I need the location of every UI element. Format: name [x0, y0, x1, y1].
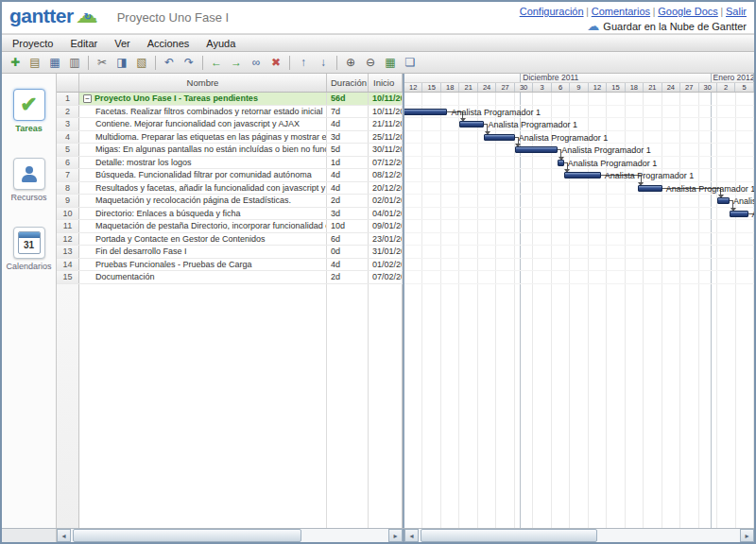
- chart-hscrollbar[interactable]: ◂▸: [404, 529, 754, 542]
- task-duration-cell[interactable]: 3d: [327, 131, 369, 144]
- task-name-cell[interactable]: Fin del desarrollo Fase I: [79, 246, 327, 258]
- task-duration-cell[interactable]: 2d: [327, 195, 369, 207]
- outdent-task-button[interactable]: ←: [207, 54, 226, 72]
- task-row-number[interactable]: 13: [57, 246, 79, 258]
- task-start-cell[interactable]: 02/01/2012: [369, 195, 403, 207]
- task-name-cell[interactable]: Multidioma. Preparar las etiquetas en la…: [79, 131, 327, 144]
- open-button[interactable]: ▤: [26, 54, 44, 72]
- task-duration-cell[interactable]: 0d: [327, 246, 369, 258]
- sidebar-item-tareas[interactable]: ✔Tareas: [2, 89, 56, 133]
- gantt-bar[interactable]: [459, 121, 484, 128]
- task-duration-cell[interactable]: 10d: [327, 220, 369, 232]
- task-name-cell[interactable]: Facetas. Realizar filtros combinados y r…: [79, 106, 327, 118]
- task-name-cell[interactable]: Migas: En algunas pantallas no están inc…: [79, 144, 327, 156]
- copy-button[interactable]: ◨: [112, 54, 131, 72]
- task-name-cell[interactable]: Detalle: mostrar los logos: [79, 157, 327, 169]
- scroll-left-button[interactable]: ◂: [404, 529, 419, 542]
- task-row-number[interactable]: 12: [57, 233, 79, 246]
- task-duration-cell[interactable]: 4d: [327, 169, 369, 181]
- task-row[interactable]: 10Directorio: Enlaces a búsqueda y ficha…: [57, 208, 403, 221]
- task-name-cell[interactable]: Búsqueda. Funcionalidad filtrar por comu…: [79, 169, 327, 181]
- grid-hscrollbar[interactable]: ◂▸: [57, 529, 403, 542]
- task-row-number[interactable]: 7: [57, 169, 79, 181]
- comments-button[interactable]: ❏: [401, 54, 420, 72]
- zoom-in-button[interactable]: ⊕: [341, 54, 360, 72]
- chart-options-button[interactable]: ▦: [381, 54, 400, 72]
- task-duration-cell[interactable]: 7d: [327, 106, 369, 118]
- menu-item-ayuda[interactable]: Ayuda: [198, 36, 244, 51]
- task-name-cell[interactable]: −Proyecto Uno Fase I - Tareas pendientes: [79, 93, 327, 105]
- gantt-bar[interactable]: [730, 211, 747, 217]
- task-row-number[interactable]: 8: [57, 182, 79, 195]
- save-to-cloud-button[interactable]: ☁ Guardar en la Nube de Gantter: [520, 20, 747, 32]
- scroll-track[interactable]: [419, 529, 740, 542]
- task-row-number[interactable]: 2: [57, 106, 79, 118]
- task-row-number[interactable]: 4: [57, 131, 79, 144]
- task-duration-cell[interactable]: 6d: [327, 233, 369, 246]
- task-row[interactable]: 13Fin del desarrollo Fase I0d31/01/2012: [57, 246, 403, 259]
- task-row[interactable]: 15Documentación2d07/02/2012: [57, 271, 403, 284]
- undo-button[interactable]: ↶: [160, 54, 179, 72]
- task-name-cell[interactable]: Portada y Contacte en Gestor de Contenid…: [79, 233, 327, 246]
- gantt-bar[interactable]: [558, 160, 563, 166]
- gantt-bar[interactable]: [515, 146, 558, 153]
- task-row[interactable]: 3Contiene. Mejorar funcionalidad con jav…: [57, 118, 403, 131]
- task-start-cell[interactable]: 10/11/2011: [369, 93, 403, 105]
- task-duration-cell[interactable]: 2d: [327, 271, 369, 283]
- task-start-cell[interactable]: 09/01/2012: [369, 220, 403, 232]
- menu-item-acciones[interactable]: Acciones: [139, 36, 198, 51]
- task-start-cell[interactable]: 31/01/2012: [369, 246, 403, 258]
- gantt-bar[interactable]: [564, 172, 601, 178]
- move-down-button[interactable]: ↓: [314, 54, 333, 72]
- task-name-cell[interactable]: Documentación: [79, 271, 327, 283]
- task-row[interactable]: 4Multidioma. Preparar las etiquetas en l…: [57, 131, 403, 144]
- task-start-cell[interactable]: 08/12/2011: [369, 169, 403, 181]
- task-row[interactable]: 11Maquetación de pestaña Directorio, inc…: [57, 220, 403, 233]
- task-row-number[interactable]: 6: [57, 157, 79, 169]
- link-configuracion[interactable]: Configuración: [520, 6, 584, 17]
- menu-item-editar[interactable]: Editar: [61, 36, 106, 51]
- print-button[interactable]: ▥: [65, 54, 84, 72]
- task-row[interactable]: 2Facetas. Realizar filtros combinados y …: [57, 106, 403, 119]
- task-name-cell[interactable]: Maquetación de pestaña Directorio, incor…: [79, 220, 327, 232]
- task-start-cell[interactable]: 21/11/2011: [369, 118, 403, 130]
- task-row-number[interactable]: 9: [57, 195, 79, 207]
- gantt-bar[interactable]: [638, 185, 662, 192]
- task-duration-cell[interactable]: 4d: [327, 182, 369, 195]
- task-row[interactable]: 12Portada y Contacte en Gestor de Conten…: [57, 233, 403, 246]
- task-duration-cell[interactable]: 1d: [327, 157, 369, 169]
- task-start-cell[interactable]: 07/12/2011: [369, 157, 403, 169]
- task-duration-cell[interactable]: 5d: [327, 144, 369, 156]
- task-duration-cell[interactable]: 4d: [327, 259, 369, 271]
- gantt-bar[interactable]: [484, 134, 514, 141]
- task-start-cell[interactable]: 01/02/2012: [369, 259, 403, 271]
- sidebar-item-calendarios[interactable]: 31Calendarios: [2, 227, 56, 271]
- move-up-button[interactable]: ↑: [294, 54, 313, 72]
- scroll-left-button[interactable]: ◂: [57, 529, 71, 542]
- menu-item-ver[interactable]: Ver: [106, 36, 139, 51]
- task-start-cell[interactable]: 25/11/2011: [369, 131, 403, 144]
- paste-button[interactable]: ▧: [132, 54, 151, 72]
- task-row-number[interactable]: 1: [57, 93, 79, 105]
- task-start-cell[interactable]: 04/01/2012: [369, 208, 403, 220]
- save-button[interactable]: ▦: [45, 54, 64, 72]
- menu-item-proyecto[interactable]: Proyecto: [4, 36, 61, 51]
- scroll-thumb[interactable]: [73, 529, 301, 542]
- task-start-cell[interactable]: 07/02/2012: [369, 271, 403, 283]
- scroll-thumb[interactable]: [421, 529, 597, 542]
- new-task-button[interactable]: ✚: [6, 54, 25, 72]
- scroll-right-button[interactable]: ▸: [740, 529, 754, 542]
- task-row-number[interactable]: 3: [57, 118, 79, 130]
- task-duration-cell[interactable]: 56d: [327, 93, 369, 105]
- task-duration-cell[interactable]: 3d: [327, 208, 369, 220]
- indent-task-button[interactable]: →: [227, 54, 246, 72]
- task-start-cell[interactable]: 30/11/2011: [369, 144, 403, 156]
- zoom-out-button[interactable]: ⊖: [361, 54, 380, 72]
- link-google-docs[interactable]: Google Docs: [658, 6, 718, 17]
- task-duration-cell[interactable]: 4d: [327, 118, 369, 130]
- cut-button[interactable]: ✂: [93, 54, 112, 72]
- task-name-cell[interactable]: Maquetación y recolocación página de Est…: [79, 195, 327, 207]
- gantt-bar[interactable]: [404, 109, 447, 115]
- scroll-track[interactable]: [71, 529, 388, 542]
- task-name-cell[interactable]: Pruebas Funcionales - Pruebas de Carga: [79, 259, 327, 271]
